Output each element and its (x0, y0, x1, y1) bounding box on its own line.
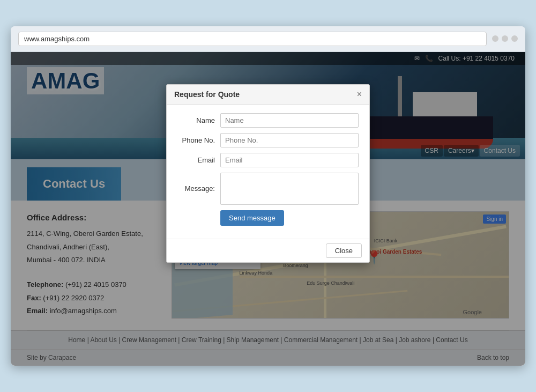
form-row-phone: Phone No. (177, 133, 359, 147)
modal-title: Request for Quote (174, 90, 240, 99)
phone-label: Phone No. (177, 136, 215, 144)
browser-window: www.amagships.com ✉ 📞 Call Us: (11, 26, 525, 366)
browser-dot-1 (492, 35, 498, 42)
browser-chrome: www.amagships.com (11, 26, 525, 52)
modal-close-x[interactable]: × (357, 90, 362, 99)
page-content: ✉ 📞 Call Us: +91 22 4015 0370 AMAG CSR C… (11, 52, 525, 366)
address-bar[interactable]: www.amagships.com (18, 32, 487, 46)
modal-footer: Close (167, 239, 369, 262)
browser-dots (492, 35, 518, 42)
email-field-label: Email (177, 156, 215, 164)
browser-dot-2 (502, 35, 508, 42)
phone-input[interactable] (220, 133, 359, 147)
modal-dialog: Request for Quote × Name Phone No. (166, 84, 370, 263)
form-row-message: Message: (177, 173, 359, 205)
modal-header: Request for Quote × (167, 85, 369, 105)
name-label: Name (177, 116, 215, 124)
message-input[interactable] (220, 173, 359, 205)
message-label: Message: (177, 184, 215, 193)
modal-overlay: Request for Quote × Name Phone No. (11, 52, 525, 366)
name-input[interactable] (220, 113, 359, 128)
form-row-email: Email (177, 153, 359, 167)
close-button[interactable]: Close (326, 243, 362, 258)
browser-dot-3 (511, 35, 518, 42)
email-input[interactable] (220, 153, 359, 167)
send-message-button[interactable]: Send message (220, 210, 284, 226)
modal-body: Name Phone No. Email Me (167, 105, 369, 239)
form-row-name: Name (177, 113, 359, 128)
